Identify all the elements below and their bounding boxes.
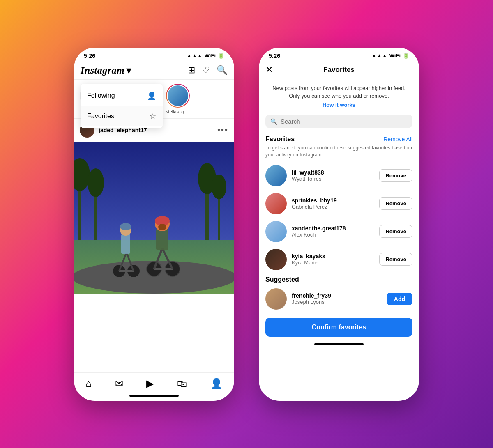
favorites-section-title: Favorites bbox=[265, 136, 295, 143]
logo-text: Instagram bbox=[81, 65, 124, 76]
real-name-3: Alex Koch bbox=[292, 232, 374, 238]
remove-button-2[interactable]: Remove bbox=[379, 197, 412, 210]
status-bar-left: 5:26 ▲▲▲ WiFi 🔋 bbox=[74, 48, 234, 62]
search-nav-icon[interactable]: 🔍 bbox=[217, 65, 228, 76]
battery-icon: 🔋 bbox=[218, 53, 224, 59]
close-icon[interactable]: ✕ bbox=[265, 64, 273, 75]
add-button-1[interactable]: Add bbox=[387, 293, 412, 305]
messenger-nav-icon[interactable]: ✉ bbox=[115, 378, 123, 389]
dropdown-favorites[interactable]: Favorites ☆ bbox=[81, 106, 163, 126]
real-name-2: Gabriela Perez bbox=[292, 204, 374, 210]
suggested-avatar-1 bbox=[265, 288, 287, 310]
favorites-desc-text: New posts from your favorites will appea… bbox=[272, 85, 405, 99]
suggested-section-header: Suggested bbox=[259, 273, 419, 285]
wifi-icon-right: WiFi bbox=[389, 53, 401, 59]
battery-icon-right: 🔋 bbox=[403, 53, 409, 59]
suggested-username-1: frenchie_fry39 bbox=[292, 292, 382, 299]
signal-icon: ▲▲▲ bbox=[187, 53, 203, 59]
story-label-3: stellas_gr0... bbox=[166, 109, 190, 114]
user-info-3: xander.the.great178 Alex Koch bbox=[292, 225, 374, 238]
favorite-user-3: xander.the.great178 Alex Koch Remove bbox=[259, 218, 419, 246]
favorite-user-4: kyia_kayaks Kyra Marie Remove bbox=[259, 246, 419, 273]
favorites-label: Favorites bbox=[87, 113, 114, 120]
remove-button-1[interactable]: Remove bbox=[379, 169, 412, 182]
signal-icon-right: ▲▲▲ bbox=[371, 53, 387, 59]
status-bar-right: 5:26 ▲▲▲ WiFi 🔋 bbox=[259, 48, 419, 62]
chevron-down-icon[interactable]: ▾ bbox=[126, 64, 132, 77]
search-input[interactable] bbox=[281, 118, 408, 125]
post-illustration bbox=[74, 142, 234, 294]
status-icons-right: ▲▲▲ WiFi 🔋 bbox=[371, 53, 409, 59]
status-icons-left: ▲▲▲ WiFi 🔋 bbox=[187, 53, 224, 59]
confirm-favorites-button[interactable]: Confirm favorites bbox=[265, 318, 412, 337]
real-name-1: Wyatt Torres bbox=[292, 176, 374, 182]
user-info-1: lil_wyatt838 Wyatt Torres bbox=[292, 169, 374, 182]
remove-button-3[interactable]: Remove bbox=[379, 225, 412, 238]
username-4: kyia_kayaks bbox=[292, 253, 374, 260]
user-avatar-1 bbox=[265, 165, 287, 186]
post-more-icon[interactable]: ••• bbox=[217, 125, 228, 135]
right-phone: 5:26 ▲▲▲ WiFi 🔋 ✕ Favorites New posts fr… bbox=[259, 48, 419, 401]
user-avatar-3 bbox=[265, 221, 287, 242]
following-icon: 👤 bbox=[147, 91, 156, 100]
shop-nav-icon[interactable]: 🛍 bbox=[177, 378, 187, 389]
favorite-user-1: lil_wyatt838 Wyatt Torres Remove bbox=[259, 162, 419, 190]
remove-all-button[interactable]: Remove All bbox=[383, 136, 412, 142]
favorite-user-2: sprinkles_bby19 Gabriela Perez Remove bbox=[259, 190, 419, 218]
favorites-description: New posts from your favorites will appea… bbox=[259, 78, 419, 110]
reels-nav-icon[interactable]: ▶ bbox=[146, 378, 154, 389]
left-phone: 5:26 ▲▲▲ WiFi 🔋 Instagram ▾ ⊞ ♡ 🔍 Follow… bbox=[74, 48, 234, 401]
svg-point-10 bbox=[212, 175, 226, 199]
time-right: 5:26 bbox=[269, 53, 280, 59]
instagram-logo: Instagram ▾ bbox=[81, 64, 132, 77]
user-info-4: kyia_kayaks Kyra Marie bbox=[292, 253, 374, 266]
svg-rect-16 bbox=[156, 228, 168, 250]
svg-rect-25 bbox=[121, 234, 130, 254]
home-nav-icon[interactable]: ⌂ bbox=[85, 378, 92, 389]
svg-point-27 bbox=[120, 223, 131, 230]
nav-icons: ⊞ ♡ 🔍 bbox=[188, 65, 228, 76]
bottom-nav: ⌂ ✉ ▶ 🛍 👤 bbox=[74, 372, 234, 393]
username-2: sprinkles_bby19 bbox=[292, 197, 374, 204]
following-label: Following bbox=[87, 92, 115, 99]
user-avatar-4 bbox=[265, 249, 287, 270]
real-name-4: Kyra Marie bbox=[292, 260, 374, 266]
home-indicator-right bbox=[314, 343, 364, 345]
search-bar[interactable]: 🔍 bbox=[265, 115, 412, 128]
dropdown-following[interactable]: Following 👤 bbox=[81, 85, 163, 106]
username-3: xander.the.great178 bbox=[292, 225, 374, 232]
search-icon: 🔍 bbox=[270, 118, 277, 125]
suggested-section-title: Suggested bbox=[265, 276, 299, 283]
username-1: lil_wyatt838 bbox=[292, 169, 374, 176]
favorites-section-desc: To get started, you can confirm these su… bbox=[259, 145, 419, 162]
suggested-user-1: frenchie_fry39 Joseph Lyons Add bbox=[259, 285, 419, 313]
profile-nav-icon[interactable]: 👤 bbox=[210, 378, 223, 389]
user-info-2: sprinkles_bby19 Gabriela Perez bbox=[292, 197, 374, 210]
favorites-title: Favorites bbox=[323, 66, 355, 74]
home-indicator bbox=[129, 395, 179, 397]
remove-button-4[interactable]: Remove bbox=[379, 253, 412, 266]
suggested-info-1: frenchie_fry39 Joseph Lyons bbox=[292, 292, 382, 305]
post-image bbox=[74, 142, 234, 294]
nav-bar: Instagram ▾ ⊞ ♡ 🔍 bbox=[74, 62, 234, 80]
favorites-header: ✕ Favorites bbox=[259, 62, 419, 78]
add-post-icon[interactable]: ⊞ bbox=[188, 65, 195, 76]
wifi-icon: WiFi bbox=[205, 53, 216, 59]
star-icon: ☆ bbox=[150, 112, 156, 121]
suggested-real-name-1: Joseph Lyons bbox=[292, 299, 382, 305]
story-3[interactable]: stellas_gr0... bbox=[166, 84, 190, 114]
svg-point-6 bbox=[88, 168, 104, 197]
story-avatar-3 bbox=[166, 84, 190, 108]
time-left: 5:26 bbox=[84, 53, 95, 59]
favorites-section-header: Favorites Remove All bbox=[259, 133, 419, 145]
feed-dropdown: Following 👤 Favorites ☆ bbox=[81, 84, 163, 128]
user-avatar-2 bbox=[265, 193, 287, 214]
how-it-works-link[interactable]: How it works bbox=[267, 101, 411, 109]
svg-point-19 bbox=[158, 224, 166, 230]
heart-icon[interactable]: ♡ bbox=[202, 65, 210, 76]
